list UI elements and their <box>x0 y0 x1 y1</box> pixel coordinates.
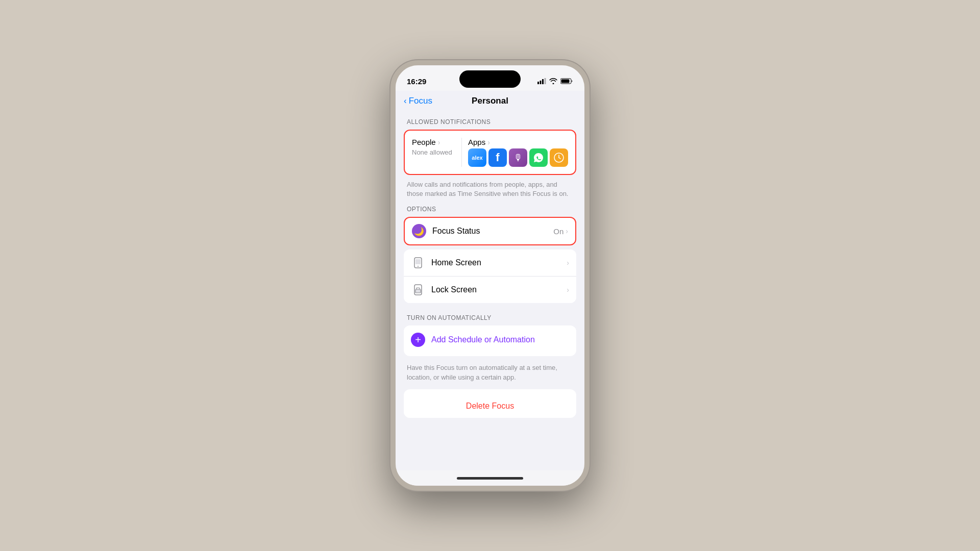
add-schedule-row[interactable]: + Add Schedule or Automation <box>404 325 576 354</box>
app-icon-clock <box>550 148 568 167</box>
svg-point-13 <box>418 266 419 267</box>
app-icon-facebook: f <box>488 148 507 167</box>
home-screen-chevron-icon: › <box>567 259 569 267</box>
screen-options-card: Home Screen › Lock Screen <box>404 249 576 303</box>
add-schedule-plus-icon: + <box>411 333 425 347</box>
focus-status-value: On › <box>553 227 568 236</box>
lock-screen-label: Lock Screen <box>431 285 560 294</box>
people-sub-label: None allowed <box>412 148 455 156</box>
app-icon-whatsapp <box>529 148 548 167</box>
svg-line-8 <box>559 158 560 159</box>
lock-screen-chevron-icon: › <box>567 286 569 294</box>
page-title: Personal <box>472 96 508 106</box>
back-label: Focus <box>409 96 432 106</box>
dynamic-island <box>459 70 521 88</box>
home-bar <box>457 477 523 480</box>
lock-screen-right: › <box>567 286 569 294</box>
scroll-area[interactable]: ALLOWED NOTIFICATIONS People › None allo… <box>396 110 584 470</box>
back-button[interactable]: ‹ Focus <box>404 96 432 106</box>
turn-on-automatically-helper: Have this Focus turn on automatically at… <box>404 360 576 389</box>
turn-on-automatically-header: TURN ON AUTOMATICALLY <box>404 314 576 321</box>
focus-status-row[interactable]: 🌙 Focus Status On › <box>404 217 576 245</box>
nav-bar: ‹ Focus Personal <box>396 91 584 110</box>
allowed-notifications-helper: Allow calls and notifications from peopl… <box>404 177 576 206</box>
lock-screen-row[interactable]: Lock Screen › <box>404 276 576 303</box>
signal-icon <box>537 78 546 84</box>
add-schedule-card[interactable]: + Add Schedule or Automation <box>404 325 576 356</box>
volume-down-button[interactable] <box>390 190 391 220</box>
focus-status-icon: 🌙 <box>412 224 426 238</box>
svg-rect-5 <box>561 80 570 83</box>
status-icons <box>537 78 573 84</box>
apps-label: Apps › <box>468 138 568 146</box>
people-label: People › <box>412 138 455 146</box>
power-button[interactable] <box>589 157 590 198</box>
status-bar: 16:29 <box>396 65 584 91</box>
home-screen-icon <box>411 256 425 270</box>
svg-text:🌙: 🌙 <box>414 227 424 236</box>
delete-focus-card[interactable]: Delete Focus <box>404 389 576 418</box>
app-icons-row: alex f 🎙 <box>468 148 568 167</box>
people-chevron-icon: › <box>438 138 440 146</box>
screen-content: ‹ Focus Personal ALLOWED NOTIFICATIONS P… <box>396 91 584 486</box>
focus-status-label: Focus Status <box>432 227 547 236</box>
phone-shell: 16:29 <box>390 60 590 491</box>
wifi-icon <box>549 78 557 84</box>
back-chevron-icon: ‹ <box>404 96 407 106</box>
people-section[interactable]: People › None allowed <box>412 138 462 167</box>
allowed-notifications-card[interactable]: People › None allowed Apps › alex <box>404 130 576 175</box>
volume-up-button[interactable] <box>390 152 391 183</box>
focus-status-chevron-icon: › <box>566 227 568 235</box>
lock-screen-icon <box>411 283 425 297</box>
apps-chevron-icon: › <box>487 138 490 146</box>
svg-rect-1 <box>540 81 542 84</box>
delete-focus-label: Delete Focus <box>466 402 514 411</box>
options-header: OPTIONS <box>404 206 576 213</box>
app-icon-alex: alex <box>468 148 486 167</box>
status-time: 16:29 <box>407 77 426 86</box>
apps-section[interactable]: Apps › alex f 🎙 <box>468 138 568 167</box>
app-icon-podcast: 🎙 <box>509 148 527 167</box>
svg-rect-0 <box>537 82 539 84</box>
home-screen-right: › <box>567 259 569 267</box>
home-indicator <box>396 470 584 486</box>
home-screen-row[interactable]: Home Screen › <box>404 249 576 276</box>
allowed-notifications-header: ALLOWED NOTIFICATIONS <box>404 118 576 126</box>
battery-icon <box>560 78 573 84</box>
add-schedule-label: Add Schedule or Automation <box>431 335 535 344</box>
home-screen-label: Home Screen <box>431 258 560 267</box>
svg-rect-2 <box>542 79 544 84</box>
svg-rect-12 <box>415 259 421 264</box>
delete-focus-row[interactable]: Delete Focus <box>404 394 576 418</box>
svg-rect-16 <box>415 289 421 293</box>
svg-rect-3 <box>545 78 546 84</box>
